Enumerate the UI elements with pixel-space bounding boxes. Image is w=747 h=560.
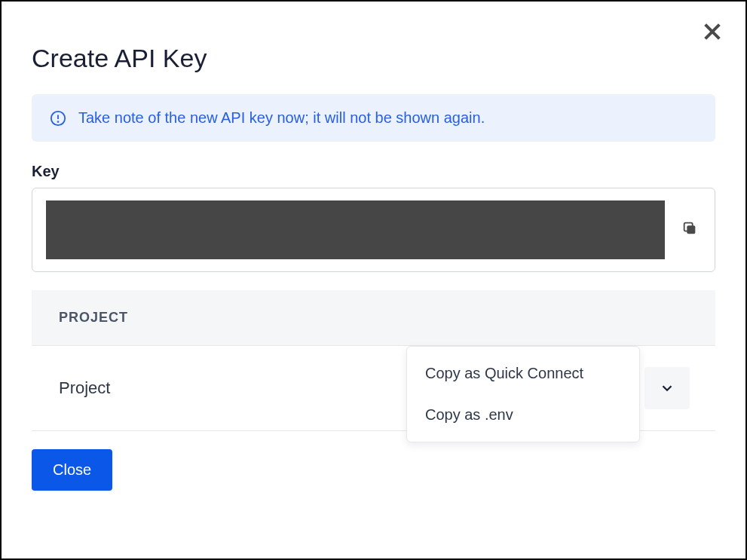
svg-point-4 <box>58 121 59 122</box>
alert-circle-icon <box>50 110 66 127</box>
modal-title: Create API Key <box>32 44 715 73</box>
api-key-redacted <box>46 200 665 259</box>
project-row-label: Project <box>59 378 110 398</box>
svg-rect-5 <box>687 225 695 234</box>
info-message: Take note of the new API key now; it wil… <box>78 109 485 127</box>
create-api-key-modal: Create API Key Take note of the new API … <box>0 0 747 560</box>
copy-options-menu: Copy as Quick Connect Copy as .env <box>406 346 640 442</box>
project-row: Project Copy as Quick Connect Copy as .e… <box>32 346 715 431</box>
project-header-label: PROJECT <box>59 310 128 325</box>
copy-icon[interactable] <box>678 217 701 243</box>
close-button[interactable]: Close <box>32 449 112 491</box>
info-banner: Take note of the new API key now; it wil… <box>32 94 715 142</box>
project-table-header: PROJECT <box>32 290 715 346</box>
key-field-label: Key <box>32 163 715 180</box>
close-icon[interactable] <box>700 20 724 47</box>
api-key-display <box>32 188 715 272</box>
copy-as-quick-connect[interactable]: Copy as Quick Connect <box>407 353 639 394</box>
project-dropdown-button[interactable] <box>644 367 690 409</box>
copy-as-env[interactable]: Copy as .env <box>407 394 639 436</box>
